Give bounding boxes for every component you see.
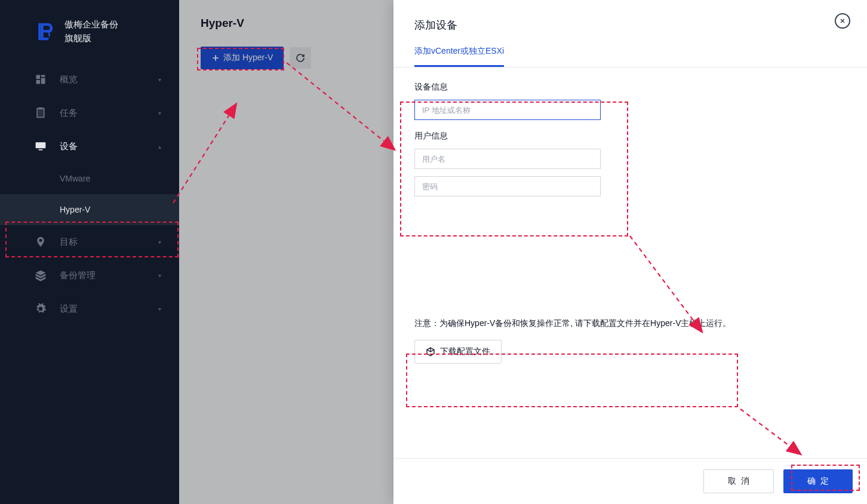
panel-title: 添加设备 — [414, 18, 846, 32]
nav-sub-vmware-label: VMware — [60, 174, 90, 183]
nav-sub-vmware[interactable]: VMware — [0, 163, 179, 194]
svg-rect-0 — [38, 23, 41, 39]
chevron-down-icon: ▾ — [158, 272, 161, 279]
download-config-label: 下载配置文件 — [440, 346, 490, 357]
svg-rect-1 — [36, 75, 41, 79]
gear-icon — [35, 303, 47, 315]
nav-devices-label: 设备 — [60, 141, 158, 152]
download-config-button[interactable]: 下载配置文件 — [414, 340, 502, 364]
sidebar: 傲梅企业备份 旗舰版 概览 ▾ 任务 ▾ 设备 ▴ VMware — [0, 0, 179, 504]
close-icon — [839, 17, 846, 24]
panel-header: 添加设备 — [393, 0, 867, 32]
add-hyperv-button[interactable]: 添加 Hyper-V — [201, 47, 284, 69]
brand-line2: 旗舰版 — [64, 32, 118, 45]
tasks-icon — [35, 107, 47, 119]
add-hyperv-label: 添加 Hyper-V — [223, 53, 273, 63]
panel-tabs: 添加vCenter或独立ESXi — [393, 32, 867, 67]
chevron-down-icon: ▾ — [158, 239, 161, 245]
panel-body: 设备信息 用户信息 注意：为确保Hyper-V备份和恢复操作正常, 请下载配置文… — [393, 67, 867, 458]
nav-overview[interactable]: 概览 ▾ — [0, 63, 179, 96]
tab-add-vcenter[interactable]: 添加vCenter或独立ESXi — [414, 46, 504, 67]
svg-rect-8 — [39, 149, 43, 150]
nav-overview-label: 概览 — [60, 74, 158, 85]
dashboard-icon — [35, 73, 47, 85]
chevron-down-icon: ▾ — [158, 76, 161, 83]
nav-tasks-label: 任务 — [60, 107, 158, 119]
panel-footer: 取消 确定 — [393, 458, 867, 504]
brand: 傲梅企业备份 旗舰版 — [0, 0, 179, 57]
notice-block: 注意：为确保Hyper-V备份和恢复操作正常, 请下载配置文件并在Hyper-V… — [414, 316, 846, 374]
chevron-down-icon: ▾ — [158, 306, 161, 312]
password-input[interactable] — [414, 176, 601, 196]
plus-icon — [211, 54, 220, 62]
nav-backup-mgmt-label: 备份管理 — [60, 270, 158, 281]
user-info-label: 用户信息 — [414, 131, 846, 142]
nav-sub-hyperv[interactable]: Hyper-V — [0, 194, 179, 225]
nav-devices[interactable]: 设备 ▴ — [0, 130, 179, 163]
confirm-button[interactable]: 确定 — [783, 469, 853, 493]
svg-rect-2 — [41, 75, 45, 77]
monitor-icon — [35, 140, 47, 152]
add-device-panel: 添加设备 添加vCenter或独立ESXi 设备信息 用户信息 注意：为确保Hy… — [393, 0, 867, 504]
pin-icon — [35, 236, 47, 248]
refresh-button[interactable] — [290, 47, 311, 69]
svg-rect-7 — [36, 142, 46, 148]
nav-targets-label: 目标 — [60, 236, 158, 248]
nav: 概览 ▾ 任务 ▾ 设备 ▴ VMware Hyper-V 目标 — [0, 57, 179, 325]
brand-logo-icon — [36, 21, 56, 42]
nav-targets[interactable]: 目标 ▾ — [0, 225, 179, 259]
layers-icon — [35, 269, 47, 281]
nav-settings-label: 设置 — [60, 303, 158, 315]
refresh-icon — [296, 53, 305, 63]
close-button[interactable] — [835, 13, 850, 29]
cancel-button[interactable]: 取消 — [703, 469, 774, 493]
device-info-label: 设备信息 — [414, 82, 846, 93]
brand-line1: 傲梅企业备份 — [64, 18, 118, 32]
nav-sub-hyperv-label: Hyper-V — [60, 205, 90, 214]
chevron-up-icon: ▴ — [158, 143, 161, 150]
svg-rect-6 — [39, 107, 43, 109]
nav-tasks[interactable]: 任务 ▾ — [0, 96, 179, 130]
nav-settings[interactable]: 设置 ▾ — [0, 292, 179, 325]
cube-icon — [426, 347, 435, 357]
chevron-down-icon: ▾ — [158, 110, 161, 116]
ip-address-input[interactable] — [414, 100, 601, 120]
svg-rect-3 — [41, 78, 45, 84]
svg-rect-4 — [36, 80, 41, 84]
brand-text: 傲梅企业备份 旗舰版 — [64, 18, 118, 45]
notice-text: 注意：为确保Hyper-V备份和恢复操作正常, 请下载配置文件并在Hyper-V… — [414, 318, 846, 329]
nav-backup-mgmt[interactable]: 备份管理 ▾ — [0, 259, 179, 292]
username-input[interactable] — [414, 149, 601, 169]
